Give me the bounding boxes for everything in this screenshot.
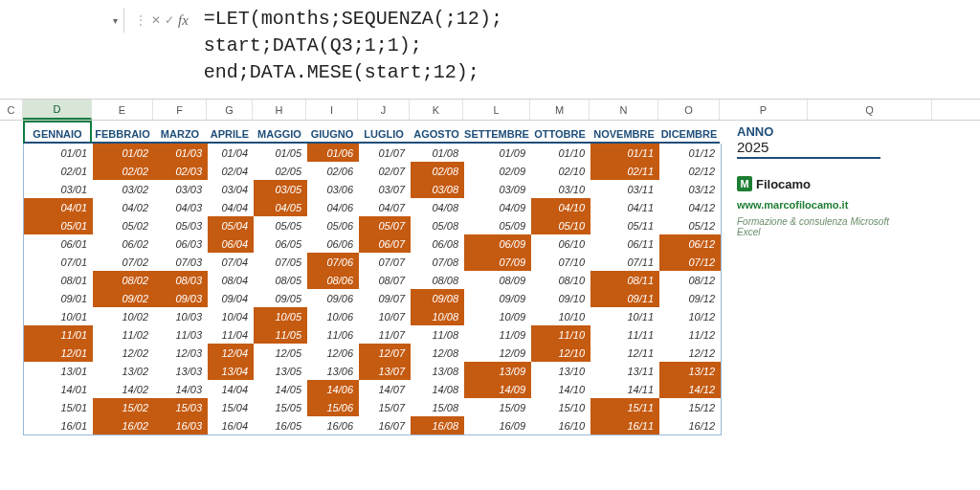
month-header[interactable]: FEBBRAIO <box>92 121 153 144</box>
calendar-cell[interactable]: 15/10 <box>531 398 590 416</box>
calendar-cell[interactable]: 10/08 <box>411 307 464 325</box>
calendar-cell[interactable]: 01/03 <box>154 144 208 162</box>
calendar-cell[interactable]: 14/05 <box>254 380 307 398</box>
calendar-cell[interactable]: 13/02 <box>93 362 154 380</box>
calendar-cell[interactable]: 08/06 <box>307 271 359 289</box>
calendar-cell[interactable]: 02/06 <box>307 162 359 180</box>
calendar-cell[interactable]: 09/08 <box>411 289 464 307</box>
calendar-cell[interactable]: 12/01 <box>24 344 93 362</box>
calendar-cell[interactable]: 01/07 <box>359 144 411 162</box>
calendar-cell[interactable]: 07/03 <box>154 253 208 271</box>
calendar-cell[interactable]: 11/06 <box>307 325 359 344</box>
calendar-cell[interactable]: 12/07 <box>359 344 411 362</box>
calendar-cell[interactable]: 13/07 <box>359 362 411 380</box>
calendar-cell[interactable]: 06/10 <box>531 234 590 253</box>
calendar-cell[interactable]: 15/06 <box>307 398 359 416</box>
calendar-cell[interactable]: 15/02 <box>93 398 154 416</box>
calendar-cell[interactable]: 10/09 <box>464 307 531 325</box>
calendar-cell[interactable]: 04/09 <box>464 198 531 216</box>
calendar-cell[interactable]: 01/06 <box>307 144 359 162</box>
calendar-cell[interactable]: 15/05 <box>254 398 307 416</box>
calendar-cell[interactable]: 01/04 <box>208 144 254 162</box>
calendar-cell[interactable]: 02/08 <box>411 162 464 180</box>
calendar-cell[interactable]: 11/02 <box>93 325 154 344</box>
calendar-cell[interactable]: 05/12 <box>659 216 721 234</box>
calendar-cell[interactable]: 01/01 <box>24 144 93 162</box>
calendar-cell[interactable]: 12/03 <box>154 344 208 362</box>
calendar-cell[interactable]: 07/10 <box>531 253 590 271</box>
month-header[interactable]: NOVEMBRE <box>590 121 658 144</box>
calendar-cell[interactable]: 09/05 <box>254 289 307 307</box>
calendar-cell[interactable]: 16/01 <box>24 416 93 434</box>
calendar-cell[interactable]: 07/12 <box>659 253 721 271</box>
calendar-cell[interactable]: 11/03 <box>154 325 208 344</box>
calendar-cell[interactable]: 02/01 <box>24 162 93 180</box>
calendar-cell[interactable]: 13/03 <box>154 362 208 380</box>
calendar-cell[interactable]: 11/08 <box>411 325 464 344</box>
calendar-cell[interactable]: 10/11 <box>590 307 659 325</box>
calendar-cell[interactable]: 11/10 <box>531 325 590 344</box>
calendar-cell[interactable]: 04/07 <box>359 198 411 216</box>
calendar-cell[interactable]: 09/12 <box>659 289 721 307</box>
calendar-cell[interactable]: 08/02 <box>93 271 154 289</box>
calendar-cell[interactable]: 10/05 <box>254 307 307 325</box>
calendar-cell[interactable]: 10/07 <box>359 307 411 325</box>
calendar-cell[interactable]: 07/04 <box>208 253 254 271</box>
calendar-cell[interactable]: 01/09 <box>464 144 531 162</box>
calendar-cell[interactable]: 03/07 <box>359 180 411 198</box>
year-value[interactable]: 2025 <box>737 139 880 159</box>
calendar-cell[interactable]: 06/09 <box>464 234 531 253</box>
calendar-cell[interactable]: 12/10 <box>531 344 590 362</box>
calendar-cell[interactable]: 04/08 <box>411 198 464 216</box>
calendar-cell[interactable]: 05/04 <box>208 216 254 234</box>
month-header[interactable]: LUGLIO <box>358 121 410 144</box>
calendar-cell[interactable]: 11/05 <box>254 325 307 344</box>
calendar-cell[interactable]: 09/07 <box>359 289 411 307</box>
calendar-cell[interactable]: 04/06 <box>307 198 359 216</box>
calendar-cell[interactable]: 04/12 <box>659 198 721 216</box>
calendar-cell[interactable]: 11/09 <box>464 325 531 344</box>
calendar-cell[interactable]: 09/04 <box>208 289 254 307</box>
calendar-cell[interactable]: 08/11 <box>590 271 659 289</box>
col-header-L[interactable]: L <box>463 100 530 120</box>
calendar-cell[interactable]: 13/04 <box>208 362 254 380</box>
calendar-cell[interactable]: 07/06 <box>307 253 359 271</box>
col-header-E[interactable]: E <box>92 100 153 120</box>
calendar-cell[interactable]: 11/01 <box>24 325 93 344</box>
calendar-cell[interactable]: 02/11 <box>590 162 659 180</box>
calendar-cell[interactable]: 01/12 <box>659 144 721 162</box>
calendar-cell[interactable]: 07/09 <box>464 253 531 271</box>
calendar-cell[interactable]: 08/01 <box>24 271 93 289</box>
calendar-cell[interactable]: 16/03 <box>154 416 208 434</box>
calendar-cell[interactable]: 03/01 <box>24 180 93 198</box>
calendar-cell[interactable]: 08/10 <box>531 271 590 289</box>
month-header[interactable]: MARZO <box>153 121 207 144</box>
col-header-N[interactable]: N <box>590 100 658 120</box>
calendar-cell[interactable]: 09/02 <box>93 289 154 307</box>
calendar-cell[interactable]: 01/05 <box>254 144 307 162</box>
calendar-cell[interactable]: 06/07 <box>359 234 411 253</box>
col-header-D[interactable]: D <box>23 100 92 120</box>
calendar-cell[interactable]: 12/09 <box>464 344 531 362</box>
calendar-cell[interactable]: 05/07 <box>359 216 411 234</box>
calendar-cell[interactable]: 06/03 <box>154 234 208 253</box>
calendar-cell[interactable]: 03/10 <box>531 180 590 198</box>
calendar-cell[interactable]: 03/02 <box>93 180 154 198</box>
calendar-cell[interactable]: 03/12 <box>659 180 721 198</box>
calendar-cell[interactable]: 13/10 <box>531 362 590 380</box>
calendar-cell[interactable]: 08/09 <box>464 271 531 289</box>
calendar-cell[interactable]: 11/12 <box>659 325 721 344</box>
calendar-cell[interactable]: 04/10 <box>531 198 590 216</box>
calendar-cell[interactable]: 12/06 <box>307 344 359 362</box>
fx-icon[interactable]: fx <box>178 12 189 29</box>
calendar-cell[interactable]: 07/11 <box>590 253 659 271</box>
col-header-Q[interactable]: Q <box>808 100 932 120</box>
calendar-cell[interactable]: 14/03 <box>154 380 208 398</box>
calendar-cell[interactable]: 12/05 <box>254 344 307 362</box>
calendar-cell[interactable]: 16/05 <box>254 416 307 434</box>
calendar-cell[interactable]: 14/12 <box>659 380 721 398</box>
calendar-cell[interactable]: 08/04 <box>208 271 254 289</box>
cancel-icon[interactable]: ✕ <box>151 13 161 27</box>
calendar-cell[interactable]: 02/07 <box>359 162 411 180</box>
calendar-cell[interactable]: 05/08 <box>411 216 464 234</box>
